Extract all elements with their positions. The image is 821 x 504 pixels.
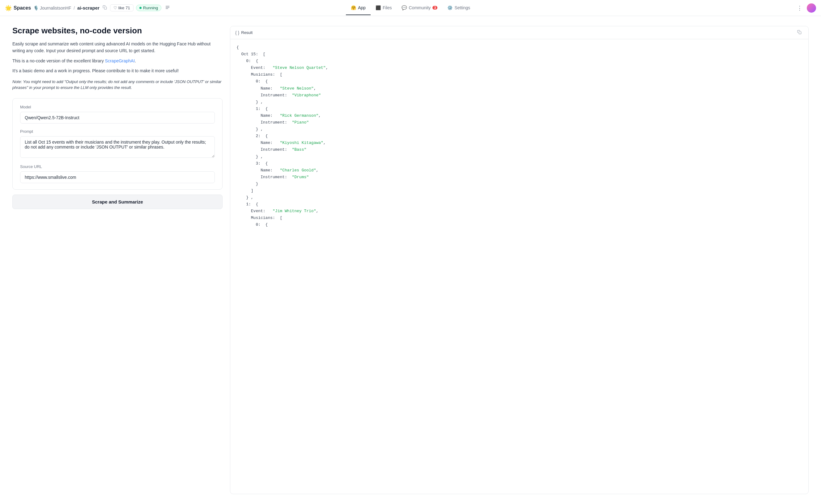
- like-label: like: [118, 6, 124, 10]
- settings-gear-icon: ⚙️: [447, 5, 453, 10]
- status-badge: Running: [136, 5, 161, 11]
- form-card: Model Prompt List all Oct 15 events with…: [12, 98, 223, 190]
- json-line: 1: {: [237, 201, 802, 208]
- user-avatar[interactable]: [807, 3, 816, 13]
- nav-tabs: 🤗 App ⬛ Files 💬 Community 3 ⚙️ Settings: [346, 1, 475, 15]
- status-dot-icon: [139, 7, 141, 9]
- result-copy-button[interactable]: [795, 29, 803, 36]
- topnav: 🌟 Spaces 🎙️ JournalistsonHF / ai-scraper…: [0, 0, 821, 16]
- breadcrumb-owner: 🎙️ JournalistsonHF: [33, 6, 71, 11]
- logs-button[interactable]: [164, 4, 171, 12]
- status-label: Running: [143, 6, 158, 10]
- page-note: Note: You might need to add "Output only…: [12, 79, 223, 91]
- prompt-textarea[interactable]: List all Oct 15 events with their musici…: [20, 136, 215, 158]
- copy-repo-button[interactable]: [102, 5, 107, 11]
- svg-rect-0: [104, 7, 107, 9]
- json-line: Instrument: "Vibraphone": [237, 92, 802, 99]
- json-line: } ,: [237, 126, 802, 133]
- result-body: { Oct 15: [ 0: { Event: "Steve Nelson Qu…: [230, 39, 808, 233]
- page-description-2: This is a no-code version of the excelle…: [12, 57, 223, 64]
- json-line: ]: [237, 187, 802, 194]
- json-line: Instrument: "Drums": [237, 174, 802, 181]
- spaces-logo[interactable]: 🌟 Spaces: [5, 5, 31, 11]
- community-emoji-icon: 💬: [402, 5, 407, 10]
- json-line: Name: "Charles Goold",: [237, 167, 802, 174]
- json-line: Event: "Steve Nelson Quartet",: [237, 65, 802, 71]
- more-options-button[interactable]: ⋮: [796, 4, 804, 12]
- owner-emoji-icon: 🎙️: [33, 6, 39, 11]
- prompt-label: Prompt: [20, 129, 215, 134]
- files-icon: ⬛: [376, 5, 381, 10]
- url-input[interactable]: [20, 171, 215, 183]
- scrape-button[interactable]: Scrape and Summarize: [12, 195, 223, 209]
- like-button[interactable]: ♡ like 71: [110, 4, 133, 11]
- community-badge: 3: [432, 6, 437, 10]
- app-emoji-icon: 🤗: [351, 5, 356, 10]
- heart-icon: ♡: [113, 6, 117, 10]
- json-line: 0: {: [237, 221, 802, 228]
- breadcrumb-repo: ai-scraper: [77, 5, 99, 11]
- tab-community[interactable]: 💬 Community 3: [397, 1, 442, 15]
- json-line: 0: {: [237, 78, 802, 85]
- topnav-right: ⋮: [796, 3, 816, 13]
- scrapegraphai-link[interactable]: ScrapeGraphAI: [105, 58, 135, 63]
- json-line: } ,: [237, 99, 802, 106]
- tab-files-label: Files: [383, 5, 392, 10]
- url-section: Source URL: [20, 164, 215, 183]
- json-line: } ,: [237, 153, 802, 160]
- spaces-label: Spaces: [14, 5, 31, 11]
- json-line: 2: {: [237, 133, 802, 140]
- tab-app-label: App: [358, 5, 366, 10]
- json-line: }: [237, 181, 802, 187]
- json-line: Name: "Steve Nelson",: [237, 85, 802, 92]
- tab-files[interactable]: ⬛ Files: [371, 1, 397, 15]
- tab-settings-label: Settings: [454, 5, 470, 10]
- json-line: 0: {: [237, 58, 802, 65]
- page-description-3: It's a basic demo and a work in progress…: [12, 67, 223, 74]
- json-line: 1: {: [237, 106, 802, 112]
- json-line: Oct 15: [: [237, 51, 802, 58]
- json-line: Name: "Kiyoshi Kitagawa",: [237, 140, 802, 146]
- spaces-emoji-icon: 🌟: [5, 5, 12, 11]
- json-line: Name: "Rick Germanson",: [237, 112, 802, 119]
- desc2-suffix: .: [135, 58, 136, 63]
- main-content: Scrape websites, no-code version Easily …: [0, 16, 821, 504]
- model-input[interactable]: [20, 112, 215, 124]
- json-line: Instrument: "Piano": [237, 119, 802, 126]
- json-line: } ,: [237, 194, 802, 201]
- json-line: {: [237, 44, 802, 51]
- right-panel: { } Result { Oct 15: [ 0: { Event: "Stev…: [230, 26, 809, 494]
- model-label: Model: [20, 105, 215, 109]
- result-panel: { } Result { Oct 15: [ 0: { Event: "Stev…: [230, 26, 809, 494]
- json-line: 3: {: [237, 160, 802, 167]
- tab-app[interactable]: 🤗 App: [346, 1, 371, 15]
- result-json-icon: { }: [235, 30, 239, 35]
- tab-community-label: Community: [409, 5, 431, 10]
- page-title: Scrape websites, no-code version: [12, 26, 223, 36]
- like-count: 71: [125, 6, 130, 10]
- result-label: Result: [241, 30, 253, 35]
- url-label: Source URL: [20, 164, 215, 169]
- page-description-1: Easily scrape and summarize web content …: [12, 40, 223, 54]
- tab-settings[interactable]: ⚙️ Settings: [442, 1, 475, 15]
- json-line: Event: "Jim Whitney Trio",: [237, 208, 802, 215]
- model-section: Model: [20, 105, 215, 124]
- left-panel: Scrape websites, no-code version Easily …: [12, 26, 223, 494]
- svg-rect-4: [799, 31, 801, 34]
- breadcrumb-separator: /: [74, 6, 75, 11]
- json-line: Musicians: [: [237, 215, 802, 221]
- prompt-section: Prompt List all Oct 15 events with their…: [20, 129, 215, 159]
- json-line: Instrument: "Bass": [237, 146, 802, 153]
- desc2-prefix: This is a no-code version of the excelle…: [12, 58, 105, 63]
- result-header: { } Result: [230, 26, 808, 39]
- json-line: Musicians: [: [237, 71, 802, 78]
